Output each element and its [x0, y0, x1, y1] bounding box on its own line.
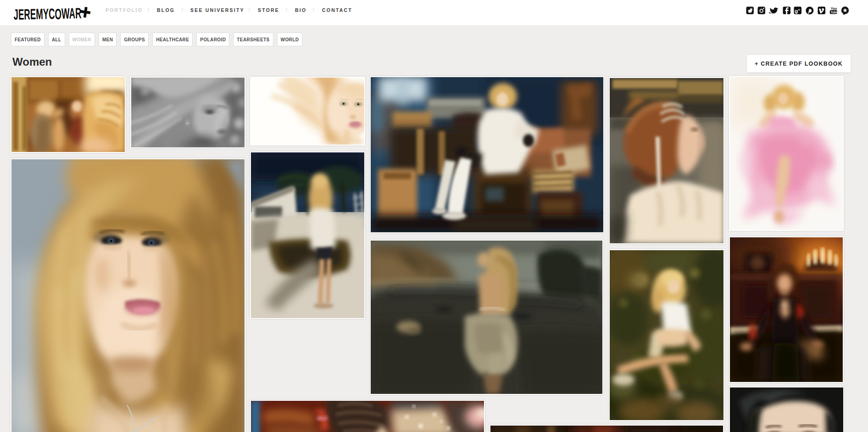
svg-text:g: g: [795, 8, 798, 14]
svg-text:+: +: [798, 8, 800, 12]
svg-text:Tube: Tube: [831, 11, 838, 14]
svg-text:JEREMYCOWAR: JEREMYCOWAR: [13, 5, 82, 23]
